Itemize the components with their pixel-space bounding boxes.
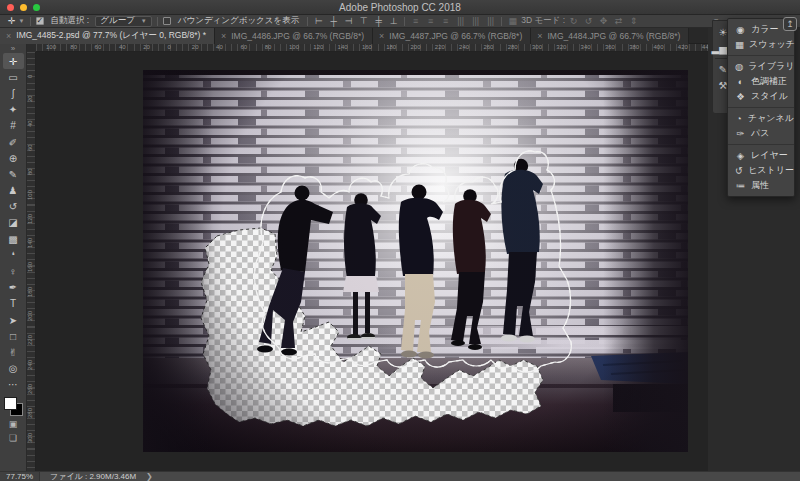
panel-history[interactable]: ↺ヒストリー <box>728 163 794 178</box>
options-bar: ✛ ▼ 自動選択 : グループ ▼ バウンディングボックスを表示 ⊢┼⊣⊤╪⊥ … <box>0 15 800 28</box>
move-tool[interactable]: ✛ <box>3 53 24 69</box>
panel-label: チャンネル <box>748 112 794 125</box>
eyedropper-tool[interactable]: ✐ <box>3 134 24 150</box>
close-tab-icon[interactable]: × <box>537 31 542 41</box>
hruler-label: 320 <box>556 44 566 50</box>
swatches-icon: ▦ <box>735 39 744 50</box>
3d-scale-icon[interactable]: ⇕ <box>628 16 639 26</box>
history-icon: ↺ <box>735 165 743 176</box>
canvas-pasteboard[interactable] <box>36 52 708 471</box>
align-right-icon[interactable]: ⊣ <box>343 16 354 26</box>
vruler-label: 180 <box>27 287 33 297</box>
document-tab[interactable]: ×IMG_4487.JPG @ 66.7% (RGB/8*) <box>373 28 531 44</box>
marquee-tool[interactable]: ▭ <box>3 69 24 85</box>
3d-roll-icon[interactable]: ↺ <box>583 16 594 26</box>
panel-adjustments[interactable]: ◐色調補正 <box>728 74 794 89</box>
panel-libraries[interactable]: ◍ライブラリ <box>728 59 794 74</box>
align-top-icon[interactable]: ⊤ <box>358 16 369 26</box>
type-tool[interactable]: T <box>3 296 24 312</box>
blur-tool[interactable]: ❛ <box>3 247 24 263</box>
toolbar-collapse-icon[interactable]: » <box>11 44 15 53</box>
panel-swatches[interactable]: ▦スウォッチ <box>728 37 794 52</box>
panel-properties[interactable]: ≔属性 <box>728 178 794 193</box>
tool-preset-chevron-icon[interactable]: ▼ <box>19 18 25 24</box>
gradient-tool[interactable]: ▩ <box>3 231 24 247</box>
distribute-top-icon[interactable]: ≡ <box>410 16 421 26</box>
more-options[interactable]: ⋯ <box>3 377 24 393</box>
quick-mask-button[interactable]: ▣ <box>3 417 24 431</box>
bounding-box-checkbox[interactable] <box>163 17 171 25</box>
distribute-center-icon[interactable]: ||| <box>470 16 481 26</box>
share-icon[interactable]: ↥ <box>783 17 797 31</box>
align-left-icon[interactable]: ⊢ <box>313 16 324 26</box>
ruler-corner <box>27 44 36 52</box>
distribute-middle-icon[interactable]: ≡ <box>425 16 436 26</box>
screen-mode-button[interactable]: ❏ <box>3 431 24 445</box>
vruler-label: 220 <box>27 335 33 345</box>
rectangle-tool[interactable]: □ <box>3 328 24 344</box>
vruler-label: 240 <box>27 360 33 370</box>
properties-icon: ≔ <box>735 180 746 191</box>
document-tab[interactable]: ×IMG_4485-2.psd @ 77.7% (レイヤー 0, RGB/8*)… <box>0 28 215 44</box>
path-selection-tool[interactable]: ➤ <box>3 312 24 328</box>
quick-selection-tool[interactable]: ✦ <box>3 102 24 118</box>
tab-label: IMG_4487.JPG @ 66.7% (RGB/8*) <box>389 31 522 41</box>
dodge-tool[interactable]: ♀ <box>3 263 24 279</box>
align-middle-v-icon[interactable]: ╪ <box>373 16 384 26</box>
pen-tool[interactable]: ✒ <box>3 280 24 296</box>
hruler-label: 40 <box>119 44 126 50</box>
brush-tool[interactable]: ✎ <box>3 166 24 182</box>
panel-channels[interactable]: ◔チャンネル <box>728 111 794 126</box>
clone-stamp-tool[interactable]: ♟ <box>3 183 24 199</box>
document-canvas[interactable] <box>143 70 688 452</box>
distribute-bottom-icon[interactable]: ≡ <box>440 16 451 26</box>
hruler-label: 20 <box>192 44 199 50</box>
chevron-down-icon: ▼ <box>141 18 147 24</box>
auto-select-label: 自動選択 : <box>51 15 90 27</box>
3d-rotate-icon[interactable]: ↻ <box>568 16 579 26</box>
history-brush-tool[interactable]: ↺ <box>3 199 24 215</box>
foreground-color-swatch[interactable] <box>4 397 17 410</box>
vruler-label: 40 <box>27 120 33 127</box>
close-tab-icon[interactable]: × <box>6 31 11 41</box>
close-tab-icon[interactable]: × <box>379 31 384 41</box>
3d-slide-icon[interactable]: ⇄ <box>613 16 624 26</box>
eraser-tool[interactable]: ◪ <box>3 215 24 231</box>
channels-icon: ◔ <box>735 113 743 124</box>
align-center-h-icon[interactable]: ┼ <box>328 16 339 26</box>
distribute-spacing-icon[interactable]: ▦ <box>507 16 518 26</box>
hruler-label: 0 <box>168 44 171 50</box>
mode3d-icons-group: ↻↺✥⇄⇕ <box>568 16 639 26</box>
panel-layers[interactable]: ◈レイヤー <box>728 148 794 163</box>
crop-tool[interactable]: # <box>3 118 24 134</box>
auto-select-target-dropdown[interactable]: グループ ▼ <box>95 16 152 27</box>
lasso-tool[interactable]: ʃ <box>3 85 24 101</box>
libraries-icon: ◍ <box>735 61 743 72</box>
document-tab[interactable]: ×IMG_4484.JPG @ 66.7% (RGB/8*) <box>531 28 689 44</box>
close-tab-icon[interactable]: × <box>221 31 226 41</box>
horizontal-ruler: 1008060402002040608010012014016018020022… <box>36 44 708 52</box>
distribute-right-icon[interactable]: ||| <box>485 16 496 26</box>
healing-brush-tool[interactable]: ⊕ <box>3 150 24 166</box>
status-chevron-icon[interactable]: ❯ <box>146 472 153 481</box>
hruler-label: 300 <box>532 44 542 50</box>
panel-styles[interactable]: ❖スタイル <box>728 89 794 104</box>
photo-image <box>143 70 688 452</box>
hruler-label: 240 <box>459 44 469 50</box>
distribute-left-icon[interactable]: ||| <box>455 16 466 26</box>
3d-drag-icon[interactable]: ✥ <box>598 16 609 26</box>
zoom-level-field[interactable]: 77.75% <box>0 472 40 481</box>
vertical-ruler: 0204060801001201401601802002202402602803… <box>27 52 36 471</box>
document-tab[interactable]: ×IMG_4486.JPG @ 66.7% (RGB/8*) <box>215 28 373 44</box>
align-bottom-icon[interactable]: ⊥ <box>388 16 399 26</box>
vruler-label: 300 <box>27 432 33 442</box>
zoom-tool[interactable]: ◎ <box>3 361 24 377</box>
status-bar: 77.75% ファイル : 2.90M/3.46M ❯ <box>0 471 800 481</box>
auto-select-checkbox[interactable] <box>36 17 44 25</box>
panel-paths[interactable]: ✑パス <box>728 126 794 141</box>
hruler-label: 200 <box>411 44 421 50</box>
mode3d-label: 3D モード : <box>521 15 565 27</box>
vruler-label: 100 <box>27 189 33 199</box>
layers-icon: ◈ <box>735 150 746 161</box>
hand-tool[interactable]: ✌ <box>3 344 24 360</box>
